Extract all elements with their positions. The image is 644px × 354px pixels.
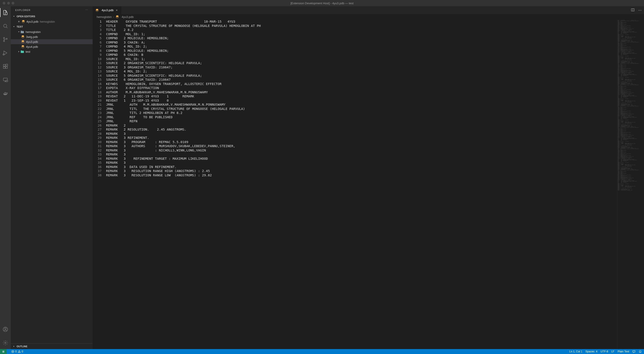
explorer-icon[interactable]	[0, 8, 11, 17]
svg-rect-8	[3, 67, 5, 68]
run-debug-icon[interactable]	[0, 49, 11, 58]
settings-gear-icon[interactable]	[0, 338, 11, 347]
database-file-icon	[95, 9, 99, 12]
language-mode[interactable]: Plain Text	[618, 350, 629, 353]
docker-icon[interactable]	[0, 89, 11, 98]
folder-name: test	[26, 50, 30, 53]
breadcrumb[interactable]: hemoglobin › 4yu3.pdb	[92, 14, 644, 20]
close-window-button[interactable]	[3, 2, 6, 5]
tab-4yu3[interactable]: 4yu3.pdb ×	[92, 6, 122, 14]
main-container: EXPLORER ⋯ OPEN EDITORS × 4yu3.pdb hemog…	[0, 6, 644, 349]
sidebar-title: EXPLORER	[15, 9, 30, 12]
open-editors-label: OPEN EDITORS	[16, 15, 35, 18]
database-file-icon	[21, 45, 25, 49]
status-bar: 0 0 Ln 1, Col 1 Spaces: 4 UTF-8 LF Plain…	[0, 349, 644, 354]
notifications-icon[interactable]	[638, 350, 642, 353]
folder-open-icon	[21, 30, 24, 34]
open-editor-item[interactable]: × 4yu3.pdb hemoglobin	[11, 19, 92, 24]
breadcrumb-segment[interactable]: hemoglobin	[97, 15, 112, 19]
chevron-right-icon: ›	[113, 15, 114, 19]
svg-point-1	[4, 24, 7, 27]
close-tab-icon[interactable]: ×	[115, 9, 118, 12]
open-editor-path: hemoglobin	[40, 20, 55, 23]
outline-header[interactable]: OUTLINE	[11, 343, 92, 349]
svg-rect-7	[3, 64, 5, 66]
maximize-window-button[interactable]	[12, 2, 14, 5]
svg-point-17	[5, 342, 6, 343]
database-file-icon	[22, 20, 25, 23]
folder-hemoglobin[interactable]: hemoglobin	[11, 29, 92, 34]
sidebar-header: EXPLORER ⋯	[11, 6, 92, 14]
open-editor-filename: 4yu3.pdb	[26, 20, 38, 23]
chevron-right-icon	[17, 50, 21, 53]
title-bar: [Extension Development Host] - 4yu3.pdb …	[0, 0, 644, 6]
more-actions-icon[interactable]: ⋯	[638, 8, 642, 13]
file-3wtg[interactable]: 3wtg.pdb	[11, 34, 92, 39]
database-file-icon	[21, 40, 25, 44]
svg-line-2	[6, 27, 8, 28]
folder-test[interactable]: test	[11, 49, 92, 54]
remote-indicator[interactable]	[0, 349, 7, 354]
breadcrumb-segment[interactable]: 4yu3.pdb	[122, 15, 134, 19]
svg-rect-10	[6, 64, 8, 66]
remote-explorer-icon[interactable]	[0, 75, 11, 84]
svg-point-4	[4, 41, 5, 42]
sidebar: EXPLORER ⋯ OPEN EDITORS × 4yu3.pdb hemog…	[11, 6, 92, 349]
file-name: 3wtg.pdb	[26, 35, 38, 39]
error-count: 0	[15, 350, 17, 353]
workspace-header[interactable]: TEST	[11, 24, 92, 29]
file-name: 4yu3.pdb	[26, 40, 38, 44]
chevron-down-icon	[17, 30, 21, 34]
encoding[interactable]: UTF-8	[600, 350, 608, 353]
explorer-more-icon[interactable]: ⋯	[86, 9, 88, 12]
svg-point-30	[19, 352, 19, 352]
feedback-icon[interactable]	[632, 350, 636, 353]
file-tree: hemoglobin 3wtg.pdb 4yu3.pdb 4yu4.pdb	[11, 29, 92, 343]
chevron-down-icon	[12, 15, 16, 18]
close-editor-icon[interactable]: ×	[17, 20, 21, 23]
code-content[interactable]: HEADER OXYGEN TRANSPORT 18-MAR-15 4YU3TI…	[106, 20, 617, 349]
chevron-right-icon	[12, 344, 16, 348]
svg-rect-0	[5, 13, 7, 15]
minimap[interactable]: HEADER OXYGEN TRANSPORT 18-MAR-15 4YU3 T…	[617, 20, 644, 349]
open-editors-header[interactable]: OPEN EDITORS	[11, 14, 92, 19]
tab-actions: ⋯	[631, 8, 644, 13]
svg-rect-9	[6, 67, 8, 68]
folder-icon	[21, 50, 24, 53]
svg-point-14	[6, 80, 8, 82]
file-4yu4[interactable]: 4yu4.pdb	[11, 44, 92, 49]
line-numbers: 1234567891011121314151617181920212223242…	[92, 20, 106, 349]
split-editor-icon[interactable]	[631, 8, 634, 13]
folder-name: hemoglobin	[26, 30, 40, 34]
file-name: 4yu4.pdb	[26, 45, 38, 49]
problems-indicator[interactable]: 0 0	[11, 350, 23, 353]
tab-label: 4yu3.pdb	[102, 9, 114, 12]
extensions-icon[interactable]	[0, 62, 11, 71]
workspace-label: TEST	[16, 25, 23, 28]
cursor-position[interactable]: Ln 1, Col 1	[569, 350, 582, 353]
indentation[interactable]: Spaces: 4	[586, 350, 597, 353]
database-file-icon	[116, 15, 119, 19]
svg-point-16	[5, 328, 6, 329]
chevron-down-icon	[12, 25, 16, 29]
database-file-icon	[21, 35, 25, 39]
warning-count: 0	[22, 350, 23, 353]
source-control-icon[interactable]	[0, 35, 11, 44]
tab-bar: 4yu3.pdb × ⋯	[92, 6, 644, 14]
svg-point-5	[6, 38, 8, 40]
minimize-window-button[interactable]	[7, 2, 10, 5]
editor-area: 4yu3.pdb × ⋯ hemoglobin › 4yu3.pdb 12345…	[92, 6, 644, 349]
window-title: [Extension Development Host] - 4yu3.pdb …	[290, 2, 354, 5]
svg-point-3	[4, 38, 5, 39]
window-controls	[0, 2, 14, 5]
outline-label: OUTLINE	[16, 345, 27, 348]
eol[interactable]: LF	[611, 350, 614, 353]
editor-content[interactable]: 1234567891011121314151617181920212223242…	[92, 20, 644, 349]
search-icon[interactable]	[0, 22, 11, 31]
activity-bar	[0, 6, 11, 349]
file-4yu3[interactable]: 4yu3.pdb	[11, 39, 92, 44]
accounts-icon[interactable]	[0, 325, 11, 334]
